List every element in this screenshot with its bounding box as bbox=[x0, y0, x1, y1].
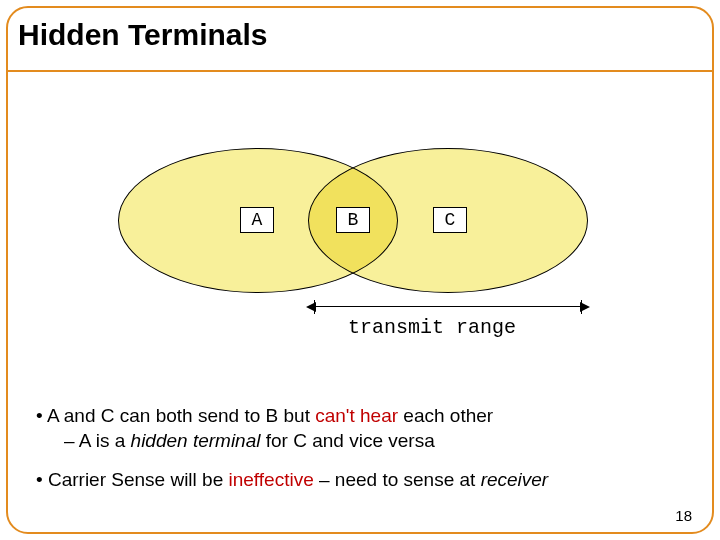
bullet-1-sub: A is a hidden terminal for C and vice ve… bbox=[64, 428, 696, 453]
svg-marker-0 bbox=[306, 302, 316, 312]
cant-hear-text: can't hear bbox=[315, 405, 398, 426]
ineffective-text: ineffective bbox=[229, 469, 314, 490]
bullet-2: Carrier Sense will be ineffective – need… bbox=[36, 467, 696, 492]
node-c: C bbox=[433, 207, 467, 233]
title-divider bbox=[8, 70, 712, 72]
transmit-range-arrow bbox=[308, 300, 588, 314]
node-a: A bbox=[240, 207, 274, 233]
slide-frame: Hidden Terminals A B C transmit range A … bbox=[6, 6, 714, 534]
bullet-1: A and C can both send to B but can't hea… bbox=[36, 403, 696, 428]
node-b: B bbox=[336, 207, 370, 233]
page-number: 18 bbox=[675, 507, 692, 524]
hidden-terminal-term: hidden terminal bbox=[131, 430, 261, 451]
bullet-list: A and C can both send to B but can't hea… bbox=[36, 403, 696, 506]
receiver-text: receiver bbox=[481, 469, 549, 490]
transmit-range-label: transmit range bbox=[348, 316, 516, 339]
hidden-terminals-diagram: A B C transmit range bbox=[118, 148, 618, 348]
svg-marker-1 bbox=[580, 302, 590, 312]
slide-title: Hidden Terminals bbox=[18, 18, 268, 52]
